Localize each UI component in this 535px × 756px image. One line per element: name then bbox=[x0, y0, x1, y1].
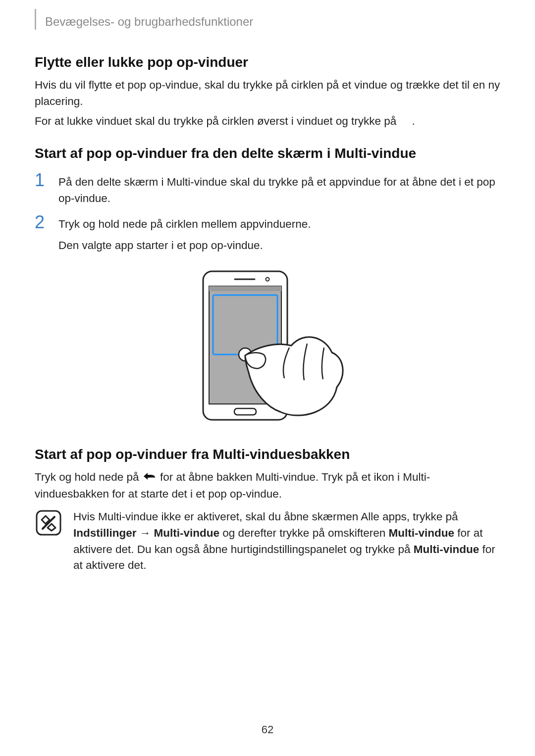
section-heading-move-close: Flytte eller lukke pop op-vinduer bbox=[35, 54, 500, 70]
note-text: Hvis Multi-vindue ikke er aktiveret, ska… bbox=[73, 509, 500, 574]
note-icon bbox=[35, 509, 62, 537]
section-heading-start-split: Start af pop op-vinduer fra den delte sk… bbox=[35, 146, 500, 161]
phone-hand-icon bbox=[183, 268, 352, 427]
step-text: På den delte skærm i Multi-vindue skal d… bbox=[58, 171, 500, 206]
paragraph: Tryk og hold nede på for at åbne bakken … bbox=[35, 469, 500, 502]
step-line: Tryk og hold nede på cirklen mellem appv… bbox=[58, 216, 311, 233]
step-text: Tryk og hold nede på cirklen mellem appv… bbox=[58, 213, 311, 253]
page-content: Bevægelses- og brugbarhedsfunktioner Fly… bbox=[0, 0, 535, 574]
text-run: og derefter trykke på omskifteren bbox=[222, 527, 388, 539]
text-run-bold: Multi-vindue bbox=[414, 543, 479, 555]
text-run: → bbox=[140, 527, 154, 539]
header-divider bbox=[35, 9, 36, 30]
breadcrumb: Bevægelses- og brugbarhedsfunktioner bbox=[45, 15, 253, 29]
paragraph: For at lukke vinduet skal du trykke på c… bbox=[35, 113, 500, 130]
step-number: 1 bbox=[35, 171, 50, 206]
section-heading-start-tray: Start af pop op-vinduer fra Multi-vindue… bbox=[35, 447, 500, 462]
back-arrow-icon bbox=[142, 470, 157, 486]
page-header: Bevægelses- og brugbarhedsfunktioner bbox=[35, 15, 500, 30]
paragraph: Hvis du vil flytte et pop op-vindue, ska… bbox=[35, 77, 500, 109]
note: Hvis Multi-vindue ikke er aktiveret, ska… bbox=[35, 509, 500, 574]
step-line: Den valgte app starter i et pop op-vindu… bbox=[58, 238, 311, 254]
text-run: Hvis Multi-vindue ikke er aktiveret, ska… bbox=[73, 510, 458, 523]
list-item: 2 Tryk og hold nede på cirklen mellem ap… bbox=[35, 213, 500, 253]
illustration-phone-gesture bbox=[35, 268, 500, 427]
text-run-bold: Multi-vindue bbox=[154, 527, 219, 539]
text-run: Tryk og hold nede på bbox=[35, 471, 142, 483]
svg-rect-5 bbox=[209, 286, 281, 291]
text-run-bold: Multi-vindue bbox=[388, 527, 454, 539]
text-run-bold: Indstillinger bbox=[73, 527, 137, 539]
numbered-list: 1 På den delte skærm i Multi-vindue skal… bbox=[35, 171, 500, 254]
step-number: 2 bbox=[35, 213, 50, 253]
list-item: 1 På den delte skærm i Multi-vindue skal… bbox=[35, 171, 500, 206]
page-number: 62 bbox=[0, 723, 535, 736]
